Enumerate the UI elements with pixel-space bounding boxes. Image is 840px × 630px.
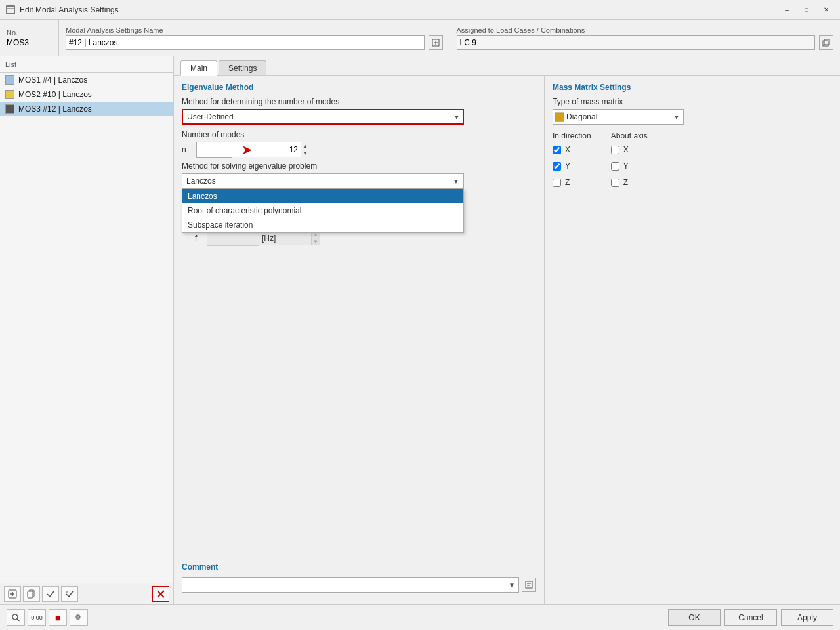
dropdown-option-lanczos[interactable]: Lanczos [182, 189, 463, 203]
solve-method-label: Method for solving eigenvalue problem [182, 161, 536, 171]
axis-z-checkbox[interactable] [611, 178, 620, 187]
modes-input-wrapper: ▲ ▼ [196, 142, 232, 158]
header-no-section: No. MOS3 [0, 20, 59, 56]
modes-up-button[interactable]: ▲ [301, 142, 309, 150]
type-mass-dropdown-wrapper: Diagonal Consistent ▼ [553, 109, 684, 125]
maximize-button[interactable]: □ [798, 3, 815, 16]
sidebar-item-mos3[interactable]: MOS3 #12 | Lanczos [0, 102, 173, 116]
dropdown-option-subspace[interactable]: Subspace iteration [182, 218, 463, 232]
axis-y-label: Y [623, 161, 629, 171]
direction-y-row: Y [553, 161, 591, 171]
direction-x-checkbox[interactable] [553, 146, 561, 154]
f-down-button: ▼ [312, 238, 320, 245]
direction-y-checkbox[interactable] [553, 162, 561, 171]
about-axis-column: About axis X Y [611, 131, 648, 191]
bottom-num-button[interactable]: 0.00 [28, 609, 46, 626]
assigned-input[interactable] [457, 35, 816, 50]
sidebar-item-mos2-label: MOS2 #10 | Lanczos [18, 90, 92, 99]
svg-rect-5 [823, 41, 828, 46]
right-panel: Mass Matrix Settings Type of mass matrix… [545, 76, 840, 604]
dialog-footer: OK Cancel Apply [668, 609, 833, 626]
cancel-button[interactable]: Cancel [724, 609, 777, 626]
modes-down-button[interactable]: ▼ [301, 150, 309, 157]
in-direction-column: In direction X Y [553, 131, 591, 191]
svg-rect-11 [28, 591, 33, 598]
axis-x-label: X [623, 145, 629, 154]
red-arrow-indicator: ➤ [242, 142, 253, 158]
close-button[interactable]: ✕ [818, 3, 835, 16]
svg-text:⚙: ⚙ [75, 613, 81, 621]
name-edit-button[interactable] [429, 35, 443, 50]
sidebar-add-button[interactable] [4, 586, 21, 602]
mass-matrix-section: Mass Matrix Settings Type of mass matrix… [545, 76, 840, 198]
dialog-header: No. MOS3 Modal Analysis Settings Name As… [0, 20, 840, 56]
title-controls: – □ ✕ [778, 3, 835, 16]
direction-z-label: Z [565, 178, 570, 187]
bottom-search-button[interactable] [7, 609, 25, 626]
svg-rect-6 [824, 39, 830, 45]
options-section: Options Find modes beyond frequency f ▲ [174, 196, 544, 558]
direction-x-row: X [553, 145, 591, 154]
sidebar-delete-button[interactable] [152, 586, 169, 602]
modes-spinner: ▲ ▼ [301, 142, 309, 157]
dialog-title: Edit Modal Analysis Settings [20, 5, 778, 14]
ok-button[interactable]: OK [668, 609, 721, 626]
mass-matrix-checkboxes: In direction X Y [553, 131, 832, 191]
num-modes-row: n ▲ ▼ ➤ [182, 142, 536, 158]
axis-x-row: X [611, 145, 648, 154]
dialog-body: List MOS1 #4 | Lanczos MOS2 #10 | Lanczo… [0, 56, 840, 604]
direction-y-label: Y [565, 161, 570, 171]
sidebar-item-mos1[interactable]: MOS1 #4 | Lanczos [0, 73, 173, 87]
axis-y-checkbox[interactable] [611, 162, 620, 171]
sidebar-item-mos1-label: MOS1 #4 | Lanczos [18, 75, 87, 85]
settings-icon: ⚙ [74, 612, 83, 623]
tab-settings[interactable]: Settings [219, 60, 266, 75]
svg-line-19 [17, 619, 20, 621]
sidebar-item-mos2[interactable]: MOS2 #10 | Lanczos [0, 87, 173, 102]
method-determining-label: Method for determining the number of mod… [182, 97, 536, 106]
name-label: Modal Analysis Settings Name [66, 26, 443, 34]
comment-dropdown-wrapper: ▼ [182, 577, 519, 593]
eigenvalue-section: Eigenvalue Method Method for determining… [174, 76, 544, 196]
comment-section: Comment ▼ [174, 558, 544, 604]
color-icon: ■ [55, 613, 60, 623]
assigned-label: Assigned to Load Cases / Combinations [457, 26, 834, 34]
sidebar-item-mos3-label: MOS3 #12 | Lanczos [18, 104, 92, 114]
comment-edit-button[interactable] [522, 578, 536, 592]
in-direction-title: In direction [553, 131, 591, 140]
dropdown-option-root[interactable]: Root of characteristic polynomial [182, 203, 463, 218]
solve-method-dropdown-list: Lanczos Root of characteristic polynomia… [182, 189, 464, 233]
axis-z-label: Z [623, 178, 628, 187]
sidebar-copy-button[interactable] [23, 586, 40, 602]
minimize-button[interactable]: – [778, 3, 795, 16]
header-assigned-section: Assigned to Load Cases / Combinations [450, 20, 841, 56]
no-value: MOS3 [7, 38, 52, 47]
type-mass-label: Type of mass matrix [553, 97, 832, 106]
title-icon [5, 5, 16, 15]
bottom-tools: 0.00 ■ ⚙ [7, 609, 665, 626]
svg-rect-15 [526, 581, 532, 588]
n-label: n [182, 145, 192, 154]
bottom-color-button[interactable]: ■ [49, 609, 67, 626]
svg-point-18 [12, 614, 18, 620]
axis-x-checkbox[interactable] [611, 146, 620, 154]
comment-dropdown[interactable] [182, 577, 519, 593]
axis-z-row: Z [611, 178, 648, 187]
sidebar-toolbar [0, 583, 173, 604]
direction-z-checkbox[interactable] [553, 178, 561, 187]
tab-main[interactable]: Main [180, 60, 217, 76]
mass-matrix-title: Mass Matrix Settings [553, 83, 832, 92]
solve-method-value: Lanczos [186, 177, 216, 186]
assigned-edit-button[interactable] [819, 35, 833, 50]
sidebar-tool4-button[interactable] [61, 586, 78, 602]
bottom-settings-button[interactable]: ⚙ [70, 609, 88, 626]
title-bar: Edit Modal Analysis Settings – □ ✕ [0, 0, 840, 20]
solve-method-dropdown-btn[interactable]: Lanczos ▼ [182, 173, 464, 189]
hz-unit-label: [Hz] [262, 234, 301, 243]
num-modes-label: Number of modes [182, 130, 536, 139]
modal-name-input[interactable] [66, 35, 425, 50]
method-determining-dropdown[interactable]: User-Defined Automatic [182, 109, 464, 125]
sidebar-check-button[interactable] [42, 586, 59, 602]
apply-button[interactable]: Apply [781, 609, 833, 626]
type-mass-dropdown[interactable]: Diagonal Consistent [553, 109, 684, 125]
